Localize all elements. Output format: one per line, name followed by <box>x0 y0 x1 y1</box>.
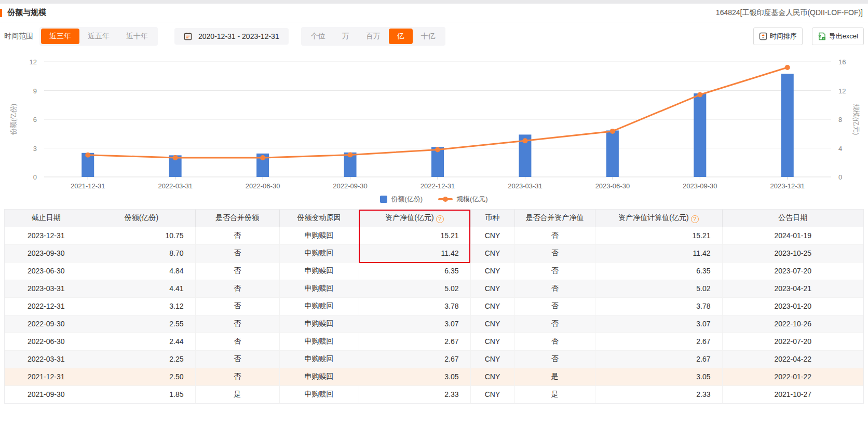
line-point-2022-03-31[interactable] <box>173 155 178 160</box>
export-excel-button[interactable]: x 导出excel <box>812 27 864 45</box>
toolbar: 时间范围 近三年近五年近十年 2020-12-31 - 2023-12-31 个… <box>0 22 868 50</box>
date-range-value: 2020-12-31 - 2023-12-31 <box>198 32 279 40</box>
table-row-2022-06-30[interactable]: 2022-06-302.44否申购赎回2.67CNY否2.672022-07-2… <box>5 333 863 350</box>
x-axis-label: 2022-06-30 <box>246 182 280 190</box>
line-point-2022-12-31[interactable] <box>435 147 440 153</box>
legend-item-scale[interactable]: 规模(亿元) <box>438 195 488 204</box>
table-row-2023-12-31[interactable]: 2023-12-3110.75否申购赎回15.21CNY否15.212024-0… <box>5 227 863 244</box>
line-point-2023-12-31[interactable] <box>785 65 790 70</box>
cell-3: 申购赎回 <box>279 385 359 403</box>
unit-button-2[interactable]: 百万 <box>358 29 389 44</box>
cell-7: 2.67 <box>595 350 722 368</box>
cell-8: 2022-10-26 <box>722 315 863 333</box>
cell-2: 否 <box>195 333 279 350</box>
unit-button-0[interactable]: 个位 <box>303 29 334 44</box>
cell-0: 2021-09-30 <box>5 385 88 403</box>
right-axis-tick: 4 <box>838 145 842 153</box>
table-row-2023-09-30[interactable]: 2023-09-308.70否申购赎回11.42CNY否11.422023-10… <box>5 244 863 262</box>
line-point-2023-06-30[interactable] <box>610 129 615 134</box>
unit-button-group: 个位万百万亿十亿 <box>301 27 445 46</box>
cell-7: 11.42 <box>595 244 722 262</box>
line-point-2022-06-30[interactable] <box>260 155 265 160</box>
chart-canvas: 0034689121216份额(亿份)规模(亿元)2021-12-312022-… <box>4 51 864 192</box>
cell-1: 2.50 <box>88 368 195 385</box>
cell-4: 15.21 <box>359 227 470 244</box>
bar-swatch-icon <box>380 196 387 203</box>
x-axis-label: 2022-09-30 <box>333 182 368 190</box>
cell-3: 申购赎回 <box>279 227 359 244</box>
left-axis-tick: 3 <box>33 145 37 153</box>
svg-text:x: x <box>823 37 824 40</box>
cell-6: 否 <box>514 280 595 297</box>
cell-2: 否 <box>195 350 279 368</box>
line-swatch-icon <box>438 198 453 200</box>
cell-2: 否 <box>195 315 279 333</box>
share-scale-table-wrap: 截止日期份额(亿份)是否合并份额份额变动原因资产净值(亿元)?币种是否合并资产净… <box>4 209 864 404</box>
legend-item-share[interactable]: 份额(亿份) <box>380 195 423 204</box>
table-row-2022-09-30[interactable]: 2022-09-302.55否申购赎回3.07CNY否3.072022-10-2… <box>5 315 863 333</box>
left-axis-tick: 0 <box>33 173 37 181</box>
cell-4: 3.78 <box>359 297 470 315</box>
cell-1: 1.85 <box>88 385 195 403</box>
table-row-2023-03-31[interactable]: 2023-03-314.41否申购赎回5.02CNY否5.022023-04-2… <box>5 280 863 297</box>
cell-2: 否 <box>195 227 279 244</box>
range-button-0[interactable]: 近三年 <box>41 29 79 44</box>
time-sort-button[interactable]: 时间排序 <box>753 27 803 45</box>
bar-2023-06-30[interactable] <box>606 130 619 177</box>
chart-legend: 份额(亿份)规模(亿元) <box>4 195 864 204</box>
cell-3: 申购赎回 <box>279 280 359 297</box>
column-header-label: 份额(亿份) <box>125 213 158 222</box>
cell-6: 否 <box>514 227 595 244</box>
table-row-2022-03-31[interactable]: 2022-03-312.25否申购赎回2.67CNY否2.672022-04-2… <box>5 350 863 368</box>
legend-label: 规模(亿元) <box>456 195 488 204</box>
bar-2023-09-30[interactable] <box>694 93 706 177</box>
cell-8: 2022-07-20 <box>722 333 863 350</box>
x-axis-label: 2023-09-30 <box>683 182 717 190</box>
line-point-2022-09-30[interactable] <box>348 152 353 157</box>
cell-6: 是 <box>514 368 595 385</box>
cell-5: CNY <box>470 333 514 350</box>
cell-3: 申购赎回 <box>279 262 359 280</box>
cell-4: 6.35 <box>359 262 470 280</box>
cell-6: 否 <box>514 297 595 315</box>
bar-2023-12-31[interactable] <box>781 74 794 177</box>
left-axis-title: 份额(亿份) <box>9 104 17 136</box>
cell-7: 3.78 <box>595 297 722 315</box>
unit-button-1[interactable]: 万 <box>334 29 358 44</box>
x-axis-label: 2023-03-31 <box>508 182 542 190</box>
table-row-2021-12-31[interactable]: 2021-12-312.50否申购赎回3.05CNY是3.052022-01-2… <box>5 368 863 385</box>
unit-button-4[interactable]: 十亿 <box>413 29 444 44</box>
cell-8: 2022-01-22 <box>722 368 863 385</box>
column-header-0: 截止日期 <box>5 210 88 227</box>
x-axis-label: 2023-06-30 <box>595 182 630 190</box>
table-row-2022-12-31[interactable]: 2022-12-313.12否申购赎回3.78CNY否3.782023-01-2… <box>5 297 863 315</box>
cell-6: 否 <box>514 350 595 368</box>
cell-7: 2.33 <box>595 385 722 403</box>
line-point-2023-09-30[interactable] <box>697 92 702 98</box>
cell-8: 2024-01-19 <box>722 227 863 244</box>
help-question-icon[interactable]: ? <box>436 215 444 223</box>
cell-5: CNY <box>470 350 514 368</box>
cell-3: 申购赎回 <box>279 333 359 350</box>
cell-2: 否 <box>195 280 279 297</box>
cell-2: 是 <box>195 385 279 403</box>
cell-2: 否 <box>195 368 279 385</box>
cell-0: 2022-06-30 <box>5 333 88 350</box>
column-header-4: 资产净值(亿元)? <box>359 210 470 227</box>
cell-3: 申购赎回 <box>279 368 359 385</box>
table-row-2023-06-30[interactable]: 2023-06-304.84否申购赎回6.35CNY否6.352023-07-2… <box>5 262 863 280</box>
table-row-2021-09-30[interactable]: 2021-09-301.85是申购赎回2.33CNY是2.332021-10-2… <box>5 385 863 403</box>
line-point-2023-03-31[interactable] <box>522 138 527 143</box>
cell-4: 3.07 <box>359 315 470 333</box>
unit-button-3[interactable]: 亿 <box>389 29 413 44</box>
range-button-1[interactable]: 近五年 <box>79 29 118 44</box>
date-range-picker[interactable]: 2020-12-31 - 2023-12-31 <box>174 28 289 45</box>
line-point-2021-12-31[interactable] <box>85 153 90 158</box>
range-button-2[interactable]: 近十年 <box>118 29 156 44</box>
time-range-label: 时间范围 <box>4 32 33 41</box>
cell-0: 2023-09-30 <box>5 244 88 262</box>
cell-6: 否 <box>514 315 595 333</box>
column-header-7: 资产净值计算值(亿元)? <box>595 210 722 227</box>
right-axis-tick: 8 <box>838 116 842 123</box>
help-question-icon[interactable]: ? <box>691 215 699 223</box>
